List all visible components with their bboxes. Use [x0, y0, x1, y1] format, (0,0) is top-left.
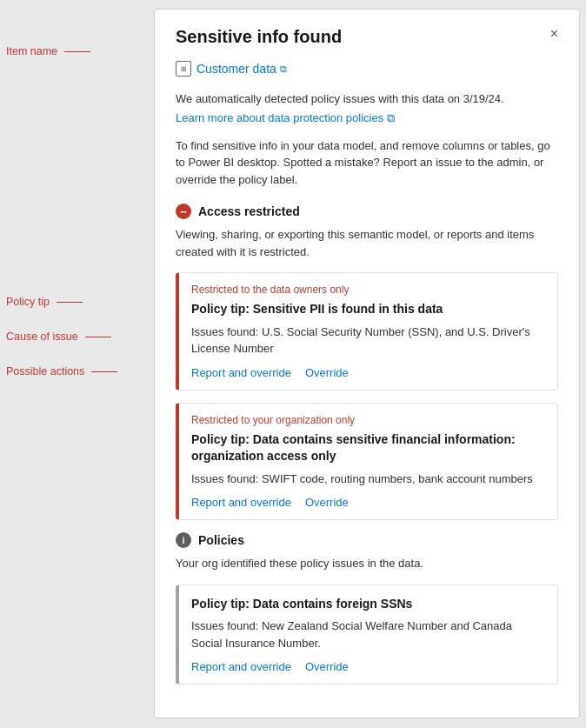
access-restricted-desc: Viewing, sharing, or exporting this sema… — [176, 226, 558, 260]
access-restricted-header: − Access restricted — [176, 204, 558, 219]
external-link-icon: ⧉ — [280, 63, 287, 75]
actions-row-2: Report and override Override — [191, 496, 545, 509]
learn-more-external-icon: ⧉ — [387, 111, 395, 125]
info-circle-icon: i — [176, 532, 191, 548]
item-name-annotation: Item name — [6, 45, 90, 57]
info-text: To find sensitive info in your data mode… — [176, 137, 558, 189]
restriction-label-1: Restricted to the data owners only — [191, 284, 545, 296]
policy-card-2: Restricted to your organization only Pol… — [176, 403, 558, 521]
report-override-link-2[interactable]: Report and override — [191, 496, 291, 509]
override-link-2[interactable]: Override — [305, 496, 349, 509]
policies-override-link-1[interactable]: Override — [305, 660, 349, 673]
policies-tip-title-1: Policy tip: Data contains foreign SSNs — [191, 596, 545, 613]
policies-report-override-link-1[interactable]: Report and override — [191, 660, 291, 673]
policies-issues-text-1: Issues found: New Zealand Social Welfare… — [191, 618, 545, 651]
sensitive-info-panel: Sensitive info found × ⊞ Customer data ⧉… — [154, 9, 580, 718]
auto-detect-text: We automatically detected policy issues … — [176, 90, 558, 108]
policies-section-desc: Your org identified these policy issues … — [176, 555, 558, 572]
item-name-link[interactable]: Customer data ⧉ — [196, 62, 287, 76]
override-link-1[interactable]: Override — [305, 366, 349, 379]
learn-more-link[interactable]: Learn more about data protection policie… — [176, 111, 395, 125]
access-restricted-title: Access restricted — [198, 204, 300, 218]
policy-tip-annotation: Policy tip — [6, 296, 83, 308]
policies-card-1: Policy tip: Data contains foreign SSNs I… — [176, 584, 558, 685]
cause-of-issue-annotation: Cause of issue — [6, 331, 111, 343]
policy-card-1: Restricted to the data owners only Polic… — [176, 272, 558, 391]
item-name-row: ⊞ Customer data ⧉ — [176, 61, 558, 77]
policies-actions-row-1: Report and override Override — [191, 660, 545, 673]
policy-tip-title-1: Policy tip: Sensitive PII is found in th… — [191, 301, 545, 318]
report-override-link-1[interactable]: Report and override — [191, 366, 291, 379]
issues-text-2: Issues found: SWIFT code, routing number… — [191, 471, 545, 488]
panel-title: Sensitive info found — [176, 27, 342, 47]
policies-section-header: i Policies — [176, 532, 558, 548]
policies-section-title: Policies — [198, 533, 244, 547]
restriction-label-2: Restricted to your organization only — [191, 414, 545, 426]
item-icon: ⊞ — [176, 61, 191, 77]
policy-tip-title-2: Policy tip: Data contains sensitive fina… — [191, 431, 545, 465]
actions-row-1: Report and override Override — [191, 366, 545, 379]
issues-text-1: Issues found: U.S. Social Security Numbe… — [191, 324, 545, 357]
restricted-icon: − — [176, 204, 191, 219]
close-button[interactable]: × — [550, 27, 558, 41]
possible-actions-annotation: Possible actions — [6, 365, 117, 377]
panel-header: Sensitive info found × — [176, 27, 558, 47]
